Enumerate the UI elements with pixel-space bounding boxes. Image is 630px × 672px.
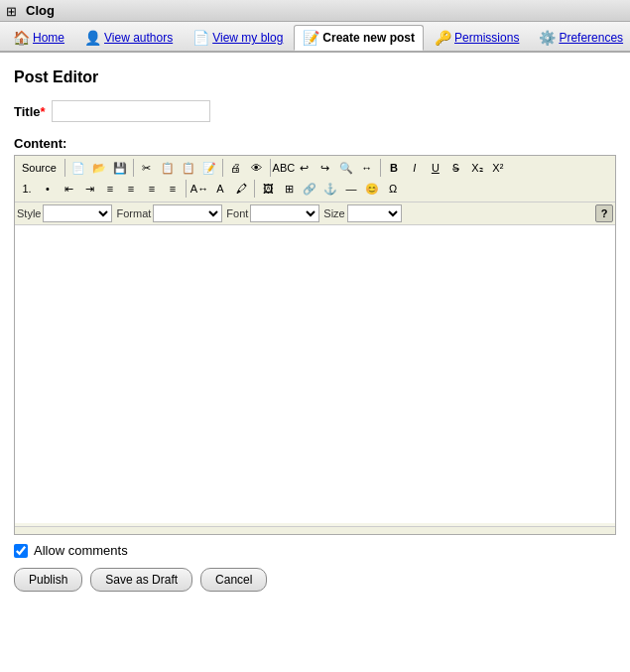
toolbar-row1: Source📄📂💾✂📋📋📝🖨👁ABC↩↪🔍↔BIUS̶X₂X²: [17, 158, 613, 178]
permissions-icon: 🔑: [435, 30, 451, 46]
toolbar-separator: [254, 180, 255, 198]
toolbar-btn-smiley[interactable]: 😊: [362, 179, 382, 199]
style-label: Style: [17, 207, 41, 219]
toolbar-separator: [222, 159, 223, 177]
allow-comments-checkbox[interactable]: [14, 544, 28, 558]
toolbar-btn-bold[interactable]: B: [384, 158, 404, 178]
title-label: Title*: [14, 104, 46, 119]
app-icon: ⊞: [6, 4, 20, 18]
nav-item-view-my-blog[interactable]: 📄View my blog: [184, 25, 292, 51]
toolbar-btn-new-doc[interactable]: 📄: [68, 158, 88, 178]
toolbar-btn-image[interactable]: 🖼: [258, 179, 278, 199]
toolbar-btn-strikethrough[interactable]: S̶: [446, 158, 466, 178]
view-authors-icon: 👤: [84, 30, 101, 46]
view-authors-label: View authors: [104, 31, 173, 45]
nav-item-view-authors[interactable]: 👤View authors: [75, 25, 182, 51]
font-label: Font: [226, 207, 248, 219]
toolbar-btn-replace[interactable]: ↔: [357, 158, 377, 178]
toolbar-btn-hr[interactable]: —: [341, 179, 361, 199]
allow-comments-label: Allow comments: [34, 543, 128, 558]
toolbar-btn-text-dir[interactable]: A↔: [189, 179, 209, 199]
font-select[interactable]: [250, 204, 319, 222]
page-content: Post Editor Title* Content: Source📄📂💾✂📋📋…: [0, 53, 630, 602]
format-label: Format: [116, 207, 151, 219]
allow-comments-row: Allow comments: [14, 543, 616, 558]
toolbar-btn-undo[interactable]: ↩: [295, 158, 315, 178]
toolbar-btn-paste-text[interactable]: 📝: [199, 158, 219, 178]
toolbar-btn-source[interactable]: Source: [17, 158, 62, 178]
toolbar-btn-align-left[interactable]: ≡: [100, 179, 120, 199]
toolbar-btn-font-color[interactable]: A: [210, 179, 230, 199]
toolbar-btn-open[interactable]: 📂: [89, 158, 109, 178]
preferences-label: Preferences: [559, 31, 623, 45]
toolbar-btn-align-justify[interactable]: ≡: [163, 179, 183, 199]
content-label: Content:: [14, 136, 616, 151]
toolbar-btn-table[interactable]: ⊞: [279, 179, 299, 199]
format-select[interactable]: [153, 204, 222, 222]
toolbar-row2: 1.•⇤⇥≡≡≡≡A↔A🖍🖼⊞🔗⚓—😊Ω: [17, 179, 613, 199]
title-bar: ⊞ Clog: [0, 0, 630, 22]
editor-textarea[interactable]: [15, 225, 615, 523]
nav-item-preferences[interactable]: ⚙️Preferences: [530, 25, 630, 51]
nav-bar: 🏠Home👤View authors📄View my blog📝Create n…: [0, 22, 630, 53]
toolbar-btn-anchor[interactable]: ⚓: [320, 179, 340, 199]
toolbar-btn-decrease-indent[interactable]: ⇤: [59, 179, 78, 199]
create-new-post-icon: 📝: [303, 30, 319, 46]
font-group: Font: [226, 204, 319, 222]
toolbar-btn-ul[interactable]: •: [38, 179, 58, 199]
toolbar-separator: [380, 159, 381, 177]
title-field-row: Title*: [14, 100, 616, 122]
editor-resize-handle[interactable]: [15, 526, 615, 534]
title-input[interactable]: [52, 100, 210, 122]
size-label: Size: [323, 207, 344, 219]
permissions-label: Permissions: [454, 31, 519, 45]
view-my-blog-icon: 📄: [192, 30, 209, 46]
size-group: Size: [323, 204, 401, 222]
nav-item-permissions[interactable]: 🔑Permissions: [426, 25, 528, 51]
toolbar-btn-paste[interactable]: 📋: [179, 158, 198, 178]
app-title: Clog: [26, 3, 55, 18]
toolbar-btn-align-right[interactable]: ≡: [142, 179, 162, 199]
toolbar-separator: [64, 159, 65, 177]
toolbar-separator: [186, 180, 187, 198]
toolbar-btn-special-char[interactable]: Ω: [383, 179, 403, 199]
toolbar-btn-spell[interactable]: ABC: [274, 158, 294, 178]
toolbar-btn-preview[interactable]: 👁: [247, 158, 267, 178]
format-group: Format: [116, 204, 222, 222]
toolbar-btn-cut[interactable]: ✂: [137, 158, 157, 178]
toolbar-btn-link[interactable]: 🔗: [300, 179, 319, 199]
nav-item-home[interactable]: 🏠Home: [4, 25, 73, 51]
toolbar-btn-align-center[interactable]: ≡: [121, 179, 141, 199]
action-buttons-row: Publish Save as Draft Cancel: [14, 568, 616, 592]
toolbar-btn-redo[interactable]: ↪: [315, 158, 335, 178]
style-select[interactable]: [43, 204, 112, 222]
toolbar-separator: [133, 159, 134, 177]
cancel-button[interactable]: Cancel: [200, 568, 267, 592]
toolbar-btn-save[interactable]: 💾: [110, 158, 130, 178]
toolbar-btn-print[interactable]: 🖨: [226, 158, 246, 178]
toolbar-btn-subscript[interactable]: X₂: [467, 158, 487, 178]
page-title: Post Editor: [14, 68, 616, 86]
editor-toolbar: Source📄📂💾✂📋📋📝🖨👁ABC↩↪🔍↔BIUS̶X₂X² 1.•⇤⇥≡≡≡…: [15, 156, 615, 202]
home-label: Home: [33, 31, 64, 45]
toolbar-dropdowns: Style Format Font Size ?: [15, 202, 615, 225]
size-select[interactable]: [347, 204, 402, 222]
toolbar-btn-underline[interactable]: U: [426, 158, 445, 178]
toolbar-btn-increase-indent[interactable]: ⇥: [79, 179, 99, 199]
toolbar-btn-superscript[interactable]: X²: [488, 158, 508, 178]
editor-container: Source📄📂💾✂📋📋📝🖨👁ABC↩↪🔍↔BIUS̶X₂X² 1.•⇤⇥≡≡≡…: [14, 155, 616, 535]
save-draft-button[interactable]: Save as Draft: [90, 568, 192, 592]
home-icon: 🏠: [13, 30, 30, 46]
toolbar-separator: [270, 159, 271, 177]
view-my-blog-label: View my blog: [212, 31, 283, 45]
toolbar-btn-italic[interactable]: I: [405, 158, 425, 178]
toolbar-btn-ol[interactable]: 1.: [17, 179, 37, 199]
nav-item-create-new-post[interactable]: 📝Create new post: [294, 25, 424, 51]
help-button[interactable]: ?: [595, 204, 613, 222]
publish-button[interactable]: Publish: [14, 568, 82, 592]
toolbar-btn-find[interactable]: 🔍: [336, 158, 356, 178]
create-new-post-label: Create new post: [322, 31, 415, 45]
toolbar-btn-bg-color[interactable]: 🖍: [231, 179, 251, 199]
style-group: Style: [17, 204, 112, 222]
toolbar-btn-copy[interactable]: 📋: [158, 158, 178, 178]
